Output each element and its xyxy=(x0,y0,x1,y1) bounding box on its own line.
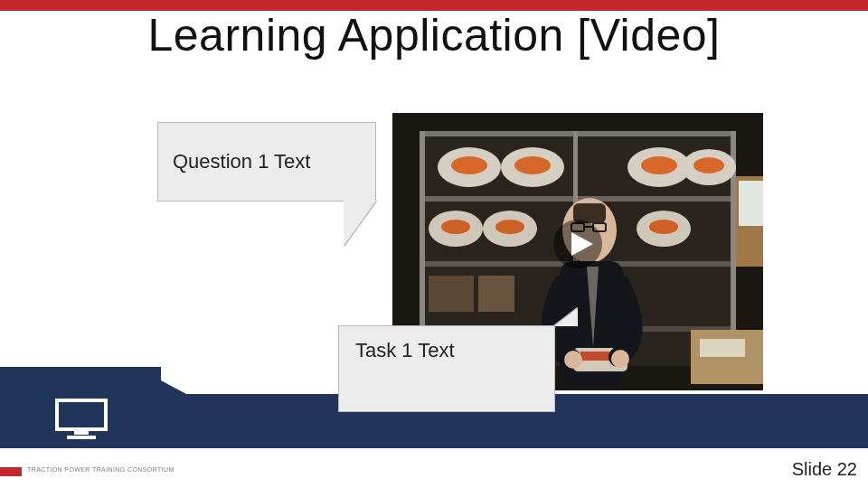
monitor-icon xyxy=(54,398,108,445)
svg-rect-23 xyxy=(429,276,474,312)
svg-point-18 xyxy=(441,220,470,234)
footer-bar-slant xyxy=(136,367,186,394)
svg-rect-44 xyxy=(74,431,89,435)
svg-point-22 xyxy=(649,220,678,234)
task-callout: Task 1 Text xyxy=(338,325,555,412)
svg-rect-30 xyxy=(739,181,763,226)
svg-rect-45 xyxy=(67,436,96,439)
play-icon[interactable] xyxy=(552,218,604,274)
svg-point-40 xyxy=(611,350,629,368)
task-text: Task 1 Text xyxy=(355,339,455,362)
slide-number: Slide 22 xyxy=(792,459,857,480)
svg-point-16 xyxy=(693,157,724,174)
svg-point-14 xyxy=(641,156,677,174)
question-callout: Question 1 Text xyxy=(157,122,376,202)
logo-swatch xyxy=(0,467,22,476)
question-text: Question 1 Text xyxy=(173,150,310,174)
svg-rect-43 xyxy=(57,400,106,429)
task-callout-tail xyxy=(554,308,578,326)
consortium-label: TRACTION POWER TRAINING CONSORTIUM xyxy=(27,466,175,473)
svg-rect-24 xyxy=(478,276,514,312)
question-callout-tail xyxy=(344,201,376,246)
svg-point-39 xyxy=(564,351,582,369)
page-title: Learning Application [Video] xyxy=(0,9,868,61)
svg-rect-28 xyxy=(700,339,745,357)
svg-point-10 xyxy=(451,156,487,174)
svg-point-12 xyxy=(514,156,551,174)
svg-point-20 xyxy=(495,220,524,234)
